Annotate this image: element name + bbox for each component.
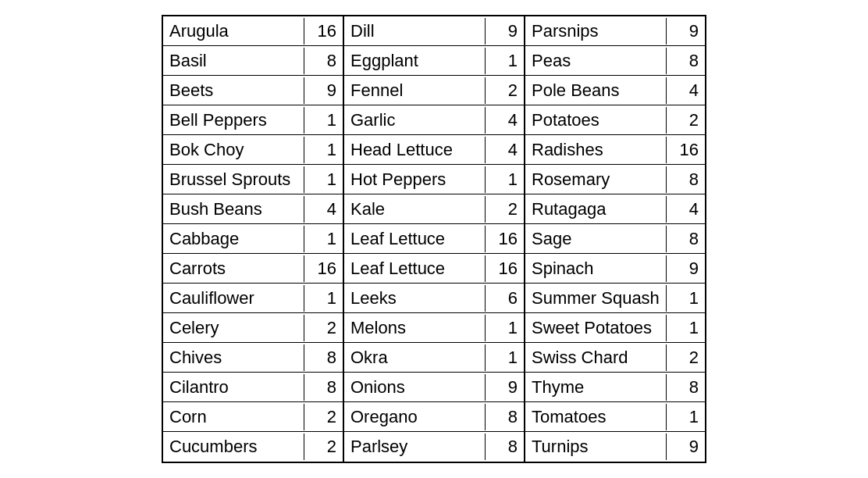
- table-row: Chives8: [163, 343, 343, 373]
- cell-vegetable-name: Cucumbers: [163, 433, 304, 460]
- cell-vegetable-value: 1: [666, 404, 705, 430]
- cell-vegetable-value: 8: [666, 48, 705, 74]
- cell-vegetable-name: Leaf Lettuce: [344, 255, 485, 282]
- cell-vegetable-name: Bush Beans: [163, 196, 304, 223]
- cell-vegetable-value: 8: [666, 166, 705, 193]
- cell-vegetable-name: Onions: [344, 374, 485, 401]
- table-row: Rutagaga4: [525, 194, 705, 224]
- cell-vegetable-name: Melons: [344, 315, 485, 341]
- table-row: Onions9: [344, 373, 524, 402]
- cell-vegetable-value: 1: [666, 315, 705, 341]
- cell-vegetable-name: Sage: [525, 226, 666, 252]
- cell-vegetable-name: Leeks: [344, 285, 485, 312]
- table-row: Parlsey8: [344, 432, 524, 462]
- cell-vegetable-value: 9: [485, 18, 524, 45]
- cell-vegetable-name: Hot Peppers: [344, 166, 485, 193]
- table-row: Peas8: [525, 46, 705, 76]
- cell-vegetable-name: Rosemary: [525, 166, 666, 193]
- cell-vegetable-value: 6: [485, 285, 524, 312]
- table-row: Tomatoes1: [525, 402, 705, 432]
- cell-vegetable-name: Carrots: [163, 255, 304, 282]
- cell-vegetable-name: Radishes: [525, 137, 666, 163]
- table-row: Dill9: [344, 16, 524, 46]
- cell-vegetable-name: Cabbage: [163, 226, 304, 252]
- cell-vegetable-value: 1: [485, 344, 524, 371]
- table-row: Spinach9: [525, 254, 705, 284]
- cell-vegetable-name: Potatoes: [525, 107, 666, 134]
- cell-vegetable-value: 16: [485, 255, 524, 282]
- cell-vegetable-name: Cilantro: [163, 374, 304, 401]
- cell-vegetable-name: Fennel: [344, 77, 485, 104]
- cell-vegetable-value: 9: [666, 433, 705, 460]
- cell-vegetable-value: 8: [304, 48, 343, 74]
- cell-vegetable-value: 9: [485, 374, 524, 401]
- cell-vegetable-value: 8: [304, 374, 343, 401]
- cell-vegetable-name: Spinach: [525, 255, 666, 282]
- cell-vegetable-value: 2: [666, 344, 705, 371]
- cell-vegetable-name: Eggplant: [344, 48, 485, 74]
- cell-vegetable-name: Brussel Sprouts: [163, 166, 304, 193]
- cell-vegetable-name: Beets: [163, 77, 304, 104]
- cell-vegetable-name: Head Lettuce: [344, 137, 485, 163]
- table-row: Arugula16: [163, 16, 343, 46]
- cell-vegetable-name: Okra: [344, 344, 485, 371]
- cell-vegetable-value: 2: [304, 315, 343, 341]
- table-row: Beets9: [163, 76, 343, 105]
- column-3: Parsnips9Peas8Pole Beans4Potatoes2Radish…: [525, 16, 705, 462]
- table-row: Bush Beans4: [163, 194, 343, 224]
- cell-vegetable-value: 9: [304, 77, 343, 104]
- table-row: Thyme8: [525, 373, 705, 402]
- cell-vegetable-value: 8: [304, 344, 343, 371]
- cell-vegetable-name: Parlsey: [344, 433, 485, 460]
- cell-vegetable-name: Turnips: [525, 433, 666, 460]
- table-row: Oregano8: [344, 402, 524, 432]
- cell-vegetable-value: 1: [304, 285, 343, 312]
- table-row: Sage8: [525, 224, 705, 254]
- cell-vegetable-value: 8: [666, 226, 705, 252]
- table-row: Rosemary8: [525, 165, 705, 194]
- table-row: Leaf Lettuce16: [344, 224, 524, 254]
- table-row: Bok Choy1: [163, 135, 343, 165]
- cell-vegetable-value: 9: [666, 255, 705, 282]
- cell-vegetable-value: 16: [304, 18, 343, 45]
- table-row: Cilantro8: [163, 373, 343, 402]
- cell-vegetable-name: Thyme: [525, 374, 666, 401]
- cell-vegetable-name: Peas: [525, 48, 666, 74]
- cell-vegetable-name: Sweet Potatoes: [525, 315, 666, 341]
- cell-vegetable-value: 4: [666, 77, 705, 104]
- table-row: Radishes16: [525, 135, 705, 165]
- table-row: Leeks6: [344, 284, 524, 313]
- cell-vegetable-value: 8: [485, 433, 524, 460]
- table-row: Sweet Potatoes1: [525, 313, 705, 343]
- cell-vegetable-value: 1: [304, 166, 343, 193]
- cell-vegetable-value: 16: [666, 137, 705, 163]
- column-2: Dill9Eggplant1Fennel2Garlic4Head Lettuce…: [344, 16, 525, 462]
- cell-vegetable-value: 8: [485, 404, 524, 430]
- cell-vegetable-name: Chives: [163, 344, 304, 371]
- cell-vegetable-value: 1: [304, 137, 343, 163]
- cell-vegetable-value: 16: [485, 226, 524, 252]
- table-row: Cucumbers2: [163, 432, 343, 462]
- cell-vegetable-name: Leaf Lettuce: [344, 226, 485, 252]
- table-row: Corn2: [163, 402, 343, 432]
- cell-vegetable-value: 2: [485, 196, 524, 223]
- cell-vegetable-name: Bok Choy: [163, 137, 304, 163]
- table-row: Bell Peppers1: [163, 105, 343, 135]
- table-row: Kale2: [344, 194, 524, 224]
- cell-vegetable-name: Bell Peppers: [163, 107, 304, 134]
- vegetable-table: Arugula16Basil8Beets9Bell Peppers1Bok Ch…: [162, 15, 706, 463]
- table-row: Melons1: [344, 313, 524, 343]
- cell-vegetable-value: 8: [666, 374, 705, 401]
- cell-vegetable-name: Swiss Chard: [525, 344, 666, 371]
- cell-vegetable-value: 2: [304, 433, 343, 460]
- table-row: Leaf Lettuce16: [344, 254, 524, 284]
- cell-vegetable-name: Pole Beans: [525, 77, 666, 104]
- cell-vegetable-name: Oregano: [344, 404, 485, 430]
- table-row: Cauliflower1: [163, 284, 343, 313]
- cell-vegetable-value: 1: [485, 48, 524, 74]
- cell-vegetable-name: Arugula: [163, 18, 304, 45]
- cell-vegetable-value: 16: [304, 255, 343, 282]
- cell-vegetable-name: Celery: [163, 315, 304, 341]
- cell-vegetable-value: 1: [485, 166, 524, 193]
- table-row: Carrots16: [163, 254, 343, 284]
